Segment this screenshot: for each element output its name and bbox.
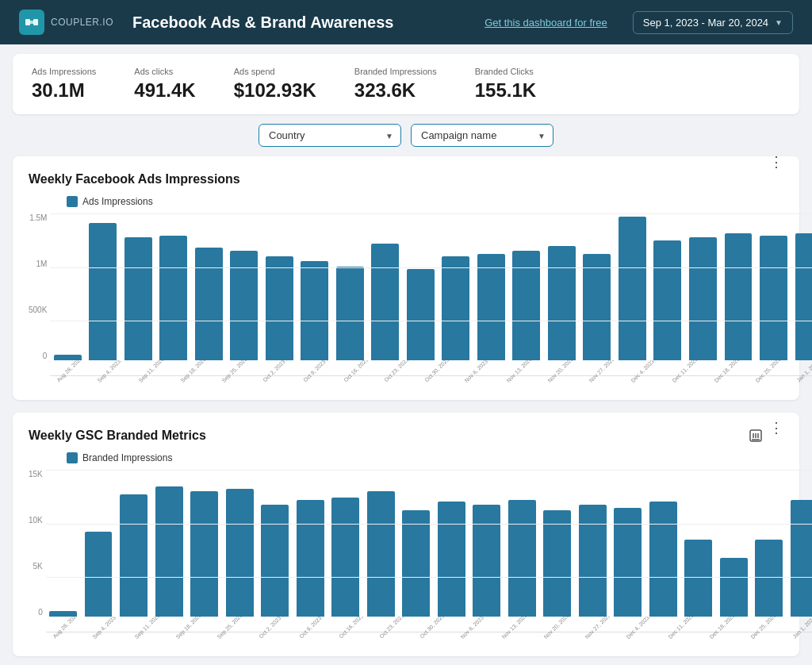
metric-label: Ads clicks [134,67,195,76]
bar[interactable] [85,532,113,617]
bar[interactable] [791,500,812,617]
bar[interactable] [614,508,642,617]
bar[interactable] [402,510,430,617]
legend-label: Branded Impressions [82,452,172,463]
bar-wrapper [151,470,186,617]
bar-wrapper [576,470,611,617]
bar[interactable] [583,254,611,360]
campaign-filter[interactable]: Campaign name All [411,124,553,147]
bar[interactable] [725,233,753,360]
chart2-section: Weekly GSC Branded Metrics ⋮ Branded Imp… [13,413,799,656]
bar[interactable] [684,540,712,617]
bar-wrapper [363,470,398,617]
metric-value: 323.6K [354,79,437,102]
bar-wrapper [474,213,509,360]
x-label-wrap: Aug 28, 2023 t.. [46,617,85,656]
bar[interactable] [438,502,465,617]
metric-ads-impressions: Ads Impressions 30.1M [32,67,96,102]
bar[interactable] [297,500,324,617]
page-title: Facebook Ads & Brand Awareness [132,13,472,32]
bar-wrapper [121,213,155,360]
bar[interactable] [720,558,748,617]
bar[interactable] [367,491,395,617]
bar[interactable] [442,256,469,360]
bar-wrapper [580,213,615,360]
chart2-menu[interactable]: ⋮ [769,419,783,436]
get-dashboard-link[interactable]: Get this dashboard for free [485,17,607,29]
bar-wrapper [615,213,650,360]
metric-ads-clicks: Ads clicks 491.4K [134,67,195,102]
bar[interactable] [473,505,500,617]
bar[interactable] [653,240,681,360]
bar[interactable] [579,505,607,617]
bar[interactable] [159,236,187,360]
bar-wrapper [332,213,367,360]
metric-branded-impressions: Branded Impressions 323.6K [354,67,437,102]
bar[interactable] [371,244,399,360]
y-label-15k: 15K [29,470,43,479]
bar[interactable] [89,223,117,360]
bar-wrapper [227,213,262,360]
legend-label: Ads Impressions [82,196,153,207]
chart1-menu[interactable]: ⋮ [769,153,783,171]
bar[interactable] [548,246,576,360]
bar[interactable] [124,237,152,360]
y-label-1m: 1M [36,259,47,268]
bar[interactable] [689,237,717,360]
bar[interactable] [407,269,435,360]
bar[interactable] [336,267,364,360]
bar[interactable] [54,355,82,360]
date-range-button[interactable]: Sep 1, 2023 - Mar 20, 2024 ▼ [633,11,793,34]
bar-wrapper [399,470,434,617]
bar[interactable] [795,233,812,360]
chart1-section: Weekly Facebook Ads Impressions ⋮ Ads Im… [13,156,799,400]
x-label-wrap: Aug 28, 2023 t.. [50,360,89,400]
country-filter[interactable]: Country US UK DE [259,124,401,147]
bar[interactable] [261,505,289,617]
bar-wrapper [262,213,297,360]
bar[interactable] [543,510,571,617]
bar[interactable] [477,254,505,360]
bar[interactable] [755,540,783,617]
metric-value: 155.1K [475,79,536,102]
bar-wrapper [117,470,151,617]
y-label-1.5m: 1.5M [29,213,47,222]
bar[interactable] [760,236,787,360]
bar-wrapper [297,213,332,360]
metric-value: 30.1M [32,79,96,102]
metric-ads-spend: Ads spend $102.93K [234,67,316,102]
chart2-download-icon[interactable] [749,429,763,445]
bar-wrapper [46,470,81,617]
bar[interactable] [120,494,147,617]
bar-wrapper [611,470,645,617]
bar-wrapper [752,470,787,617]
y-label-5k: 5K [33,562,43,571]
bar[interactable] [226,489,254,617]
metric-label: Ads spend [234,67,316,76]
coupler-logo-icon [19,10,44,35]
bar[interactable] [508,500,536,617]
bar[interactable] [190,491,218,617]
bar[interactable] [512,251,540,360]
logo-text: COUPLER.IO [51,17,113,28]
bar[interactable] [49,611,77,617]
bar-wrapper [258,470,293,617]
bar[interactable] [266,256,293,360]
bar-wrapper [439,213,473,360]
bar-wrapper [686,213,721,360]
bar[interactable] [195,248,223,360]
bar[interactable] [155,486,183,617]
bar-wrapper [505,470,540,617]
y-label-0: 0 [43,352,48,360]
bar-wrapper [469,470,504,617]
y-label-10k: 10K [29,516,43,525]
bar-wrapper [187,470,222,617]
header: COUPLER.IO Facebook Ads & Brand Awarenes… [0,0,812,44]
bar[interactable] [619,217,646,360]
bar[interactable] [230,251,258,360]
chevron-down-icon: ▼ [775,18,783,27]
bar-wrapper [650,213,685,360]
bar[interactable] [331,498,359,617]
bar[interactable] [649,502,677,617]
bar[interactable] [301,261,328,360]
